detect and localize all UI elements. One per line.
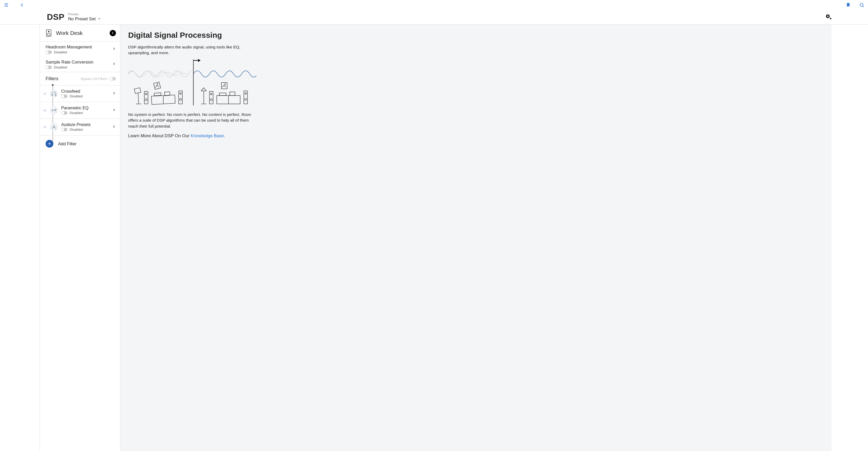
chevron-right-icon: [112, 125, 116, 129]
toggle-sample-rate[interactable]: [45, 66, 52, 69]
arrow-right-icon: [193, 58, 200, 64]
bypass-label: Bypass All Filters: [81, 77, 107, 81]
learn-prefix: Learn More About DSP On Our: [128, 133, 191, 138]
content-heading: Digital Signal Processing: [128, 31, 821, 40]
back-icon[interactable]: [19, 2, 25, 8]
drag-handle-icon[interactable]: [42, 92, 48, 95]
filter-status: Disabled: [69, 128, 83, 131]
svg-rect-50: [219, 93, 226, 96]
zone-row[interactable]: Work Desk: [40, 25, 120, 42]
speaker-icon: [45, 29, 52, 37]
svg-point-39: [157, 84, 158, 85]
toggle-audeze[interactable]: [61, 128, 67, 131]
svg-point-44: [210, 99, 212, 101]
audeze-icon: [50, 123, 58, 131]
search-icon[interactable]: [859, 2, 865, 8]
row-headroom-management[interactable]: Headroom Management Disabled: [40, 42, 120, 57]
svg-point-18: [55, 109, 56, 110]
filter-row-crossfeed[interactable]: Crossfeed Disabled: [40, 86, 120, 102]
eq-curve-icon: [50, 106, 58, 115]
filter-row-parametric-eq[interactable]: Parametric EQ Disabled: [40, 102, 120, 119]
preset-value: No Preset Set: [68, 17, 96, 22]
filters-header: Filters Bypass All Filters: [40, 72, 120, 86]
svg-point-46: [245, 93, 246, 94]
toggle-crossfeed[interactable]: [61, 95, 67, 98]
svg-point-3: [860, 3, 863, 6]
toggle-bypass-all[interactable]: [110, 77, 116, 80]
filter-name: Audeze Presets: [61, 122, 91, 127]
toggle-headroom[interactable]: [45, 51, 52, 54]
bypass-all-filters[interactable]: Bypass All Filters: [81, 77, 116, 81]
chevron-right-icon: [112, 62, 116, 67]
presets-label: Presets: [68, 13, 101, 17]
toggle-parametric-eq[interactable]: [61, 111, 67, 115]
svg-point-47: [245, 98, 247, 100]
page-title: DSP: [47, 12, 64, 22]
svg-point-43: [211, 93, 212, 95]
gutter-left: [0, 25, 40, 451]
config-title: Sample Rate Conversion: [45, 60, 93, 65]
filter-status: Disabled: [69, 94, 83, 98]
content-intro: DSP algorithmically alters the audio sig…: [128, 44, 258, 56]
config-title: Headroom Management: [45, 44, 92, 50]
learn-suffix: .: [224, 133, 225, 138]
filter-status: Disabled: [69, 111, 83, 115]
config-status: Disabled: [54, 65, 67, 69]
filters-heading: Filters: [45, 76, 58, 82]
menu-icon[interactable]: [3, 2, 9, 8]
svg-rect-35: [154, 93, 161, 96]
svg-point-33: [180, 98, 182, 100]
chevron-right-icon: [112, 91, 116, 96]
sidebar: Work Desk Headroom Management Disabled: [40, 25, 120, 451]
svg-point-8: [48, 33, 50, 36]
add-filter-button[interactable]: Add Filter: [40, 135, 120, 152]
add-filter-label: Add Filter: [58, 141, 76, 146]
filter-name: Crossfeed: [61, 89, 83, 94]
preset-selector[interactable]: Presets No Preset Set: [68, 13, 101, 21]
filter-row-audeze-presets[interactable]: Audeze Presets Disabled: [40, 119, 120, 135]
drag-handle-icon[interactable]: [42, 109, 48, 112]
svg-point-17: [52, 109, 53, 110]
chevron-right-icon: [112, 47, 116, 52]
svg-point-32: [180, 93, 181, 94]
bookmark-icon[interactable]: [845, 2, 851, 8]
drag-handle-icon[interactable]: [42, 126, 48, 129]
filter-name: Parametric EQ: [61, 106, 89, 110]
svg-point-30: [145, 99, 147, 101]
chevron-down-icon: [98, 17, 101, 22]
zone-name: Work Desk: [56, 30, 83, 36]
learn-more: Learn More About DSP On Our Knowledge Ba…: [128, 133, 258, 139]
plus-circle-icon: [45, 140, 53, 148]
content-panel: Digital Signal Processing DSP algorithmi…: [120, 25, 832, 451]
headphones-icon: [50, 90, 58, 98]
svg-point-7: [48, 31, 49, 32]
svg-rect-13: [55, 94, 56, 96]
config-status: Disabled: [54, 50, 67, 54]
content-body: No system is perfect. No room is perfect…: [128, 112, 258, 129]
gutter-right: [832, 25, 868, 451]
svg-marker-55: [198, 59, 200, 62]
svg-rect-12: [52, 94, 53, 96]
svg-rect-51: [230, 92, 235, 96]
svg-point-53: [225, 84, 226, 84]
chevron-right-icon: [112, 108, 116, 113]
back-circle-icon[interactable]: [110, 30, 116, 36]
svg-line-4: [863, 6, 864, 7]
knowledge-base-link[interactable]: Knowledge Base: [191, 133, 224, 138]
dsp-illustration: [128, 60, 258, 106]
svg-rect-25: [134, 88, 141, 94]
svg-line-26: [138, 93, 138, 103]
row-sample-rate-conversion[interactable]: Sample Rate Conversion Disabled: [40, 57, 120, 72]
svg-point-29: [145, 93, 147, 95]
settings-button[interactable]: [826, 14, 832, 21]
